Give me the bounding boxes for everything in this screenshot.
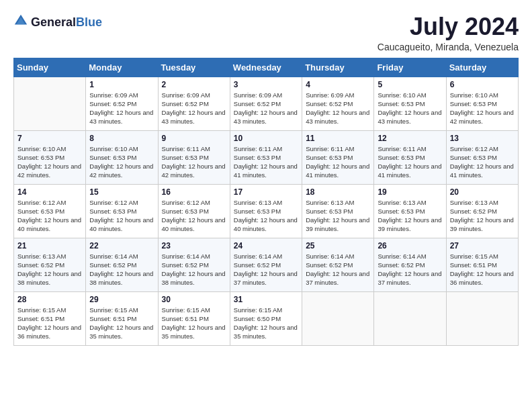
day-info: Sunrise: 6:15 AM Sunset: 6:51 PM Dayligh… [450, 252, 515, 287]
calendar-cell: 20 Sunrise: 6:13 AM Sunset: 6:52 PM Dayl… [446, 184, 518, 238]
calendar-week-row: 28 Sunrise: 6:15 AM Sunset: 6:51 PM Dayl… [14, 291, 519, 345]
day-info: Sunrise: 6:15 AM Sunset: 6:51 PM Dayligh… [89, 306, 154, 341]
calendar-cell: 3 Sunrise: 6:09 AM Sunset: 6:52 PM Dayli… [230, 77, 302, 130]
weekday-header-monday: Monday [86, 58, 158, 77]
calendar-cell: 25 Sunrise: 6:14 AM Sunset: 6:52 PM Dayl… [302, 238, 374, 291]
day-info: Sunrise: 6:12 AM Sunset: 6:53 PM Dayligh… [162, 198, 226, 234]
weekday-header-tuesday: Tuesday [158, 58, 230, 77]
day-info: Sunrise: 6:13 AM Sunset: 6:52 PM Dayligh… [17, 252, 82, 287]
calendar-week-row: 21 Sunrise: 6:13 AM Sunset: 6:52 PM Dayl… [14, 238, 519, 291]
calendar-cell: 13 Sunrise: 6:12 AM Sunset: 6:53 PM Dayl… [446, 130, 518, 184]
day-number: 18 [306, 187, 370, 197]
day-info: Sunrise: 6:14 AM Sunset: 6:52 PM Dayligh… [378, 252, 442, 287]
calendar-cell: 27 Sunrise: 6:15 AM Sunset: 6:51 PM Dayl… [446, 238, 518, 291]
weekday-header-saturday: Saturday [446, 58, 518, 77]
day-info: Sunrise: 6:14 AM Sunset: 6:52 PM Dayligh… [89, 252, 154, 287]
logo-general-text: GeneralBlue [31, 16, 102, 29]
calendar-table: SundayMondayTuesdayWednesdayThursdayFrid… [13, 58, 519, 346]
logo-icon [13, 13, 28, 31]
calendar-cell: 23 Sunrise: 6:14 AM Sunset: 6:52 PM Dayl… [158, 238, 230, 291]
day-info: Sunrise: 6:13 AM Sunset: 6:53 PM Dayligh… [378, 198, 442, 234]
day-number: 15 [89, 187, 154, 197]
weekday-header-wednesday: Wednesday [230, 58, 302, 77]
calendar-cell: 21 Sunrise: 6:13 AM Sunset: 6:52 PM Dayl… [14, 238, 86, 291]
calendar-week-row: 14 Sunrise: 6:12 AM Sunset: 6:53 PM Dayl… [14, 184, 519, 238]
month-year-title: July 2024 [378, 13, 519, 40]
calendar-cell: 26 Sunrise: 6:14 AM Sunset: 6:52 PM Dayl… [374, 238, 446, 291]
day-info: Sunrise: 6:10 AM Sunset: 6:53 PM Dayligh… [450, 91, 515, 126]
calendar-cell [14, 77, 86, 130]
calendar-cell: 14 Sunrise: 6:12 AM Sunset: 6:53 PM Dayl… [14, 184, 86, 238]
calendar-cell [446, 291, 518, 345]
calendar-cell [374, 291, 446, 345]
day-info: Sunrise: 6:09 AM Sunset: 6:52 PM Dayligh… [306, 91, 370, 126]
calendar-cell: 5 Sunrise: 6:10 AM Sunset: 6:53 PM Dayli… [374, 77, 446, 130]
calendar-week-row: 1 Sunrise: 6:09 AM Sunset: 6:52 PM Dayli… [14, 77, 519, 130]
calendar-cell: 2 Sunrise: 6:09 AM Sunset: 6:52 PM Dayli… [158, 77, 230, 130]
day-number: 30 [162, 295, 226, 304]
calendar-cell: 8 Sunrise: 6:10 AM Sunset: 6:53 PM Dayli… [86, 130, 158, 184]
calendar-cell: 16 Sunrise: 6:12 AM Sunset: 6:53 PM Dayl… [158, 184, 230, 238]
calendar-cell: 6 Sunrise: 6:10 AM Sunset: 6:53 PM Dayli… [446, 77, 518, 130]
day-info: Sunrise: 6:14 AM Sunset: 6:52 PM Dayligh… [162, 252, 226, 287]
title-block: July 2024 Caucagueito, Miranda, Venezuel… [378, 13, 519, 52]
day-number: 7 [17, 134, 82, 143]
calendar-cell: 24 Sunrise: 6:14 AM Sunset: 6:52 PM Dayl… [230, 238, 302, 291]
day-number: 27 [450, 241, 515, 250]
day-number: 26 [378, 241, 442, 250]
day-number: 23 [162, 241, 226, 250]
day-info: Sunrise: 6:09 AM Sunset: 6:52 PM Dayligh… [89, 91, 154, 126]
day-number: 11 [306, 134, 370, 143]
day-info: Sunrise: 6:15 AM Sunset: 6:51 PM Dayligh… [17, 306, 82, 341]
calendar-cell: 7 Sunrise: 6:10 AM Sunset: 6:53 PM Dayli… [14, 130, 86, 184]
calendar-cell: 31 Sunrise: 6:15 AM Sunset: 6:50 PM Dayl… [230, 291, 302, 345]
day-info: Sunrise: 6:11 AM Sunset: 6:53 PM Dayligh… [378, 144, 442, 180]
calendar-cell: 11 Sunrise: 6:11 AM Sunset: 6:53 PM Dayl… [302, 130, 374, 184]
day-info: Sunrise: 6:14 AM Sunset: 6:52 PM Dayligh… [234, 252, 298, 287]
calendar-cell: 28 Sunrise: 6:15 AM Sunset: 6:51 PM Dayl… [14, 291, 86, 345]
day-info: Sunrise: 6:09 AM Sunset: 6:52 PM Dayligh… [234, 91, 298, 126]
day-number: 28 [17, 295, 82, 304]
day-info: Sunrise: 6:15 AM Sunset: 6:51 PM Dayligh… [162, 306, 226, 341]
day-number: 3 [234, 80, 298, 89]
day-number: 8 [89, 134, 154, 143]
day-info: Sunrise: 6:13 AM Sunset: 6:53 PM Dayligh… [234, 198, 298, 234]
day-number: 10 [234, 134, 298, 143]
page-header: GeneralBlue July 2024 Caucagueito, Miran… [13, 13, 519, 52]
calendar-week-row: 7 Sunrise: 6:10 AM Sunset: 6:53 PM Dayli… [14, 130, 519, 184]
day-info: Sunrise: 6:12 AM Sunset: 6:53 PM Dayligh… [17, 198, 82, 234]
day-number: 5 [378, 80, 442, 89]
calendar-cell: 4 Sunrise: 6:09 AM Sunset: 6:52 PM Dayli… [302, 77, 374, 130]
day-number: 25 [306, 241, 370, 250]
day-info: Sunrise: 6:11 AM Sunset: 6:53 PM Dayligh… [162, 144, 226, 180]
day-number: 19 [378, 187, 442, 197]
location-subtitle: Caucagueito, Miranda, Venezuela [378, 42, 519, 52]
day-number: 17 [234, 187, 298, 197]
day-number: 24 [234, 241, 298, 250]
day-info: Sunrise: 6:10 AM Sunset: 6:53 PM Dayligh… [378, 91, 442, 126]
day-info: Sunrise: 6:14 AM Sunset: 6:52 PM Dayligh… [306, 252, 370, 287]
day-number: 21 [17, 241, 82, 250]
weekday-header-row: SundayMondayTuesdayWednesdayThursdayFrid… [14, 58, 519, 77]
day-number: 2 [162, 80, 226, 89]
day-info: Sunrise: 6:15 AM Sunset: 6:50 PM Dayligh… [234, 306, 298, 341]
calendar-cell: 15 Sunrise: 6:12 AM Sunset: 6:53 PM Dayl… [86, 184, 158, 238]
day-number: 16 [162, 187, 226, 197]
calendar-cell: 22 Sunrise: 6:14 AM Sunset: 6:52 PM Dayl… [86, 238, 158, 291]
logo: GeneralBlue [13, 13, 102, 31]
day-number: 12 [378, 134, 442, 143]
day-info: Sunrise: 6:10 AM Sunset: 6:53 PM Dayligh… [89, 144, 154, 180]
calendar-cell: 29 Sunrise: 6:15 AM Sunset: 6:51 PM Dayl… [86, 291, 158, 345]
day-info: Sunrise: 6:13 AM Sunset: 6:53 PM Dayligh… [306, 198, 370, 234]
day-number: 31 [234, 295, 298, 304]
weekday-header-thursday: Thursday [302, 58, 374, 77]
weekday-header-sunday: Sunday [14, 58, 86, 77]
day-info: Sunrise: 6:11 AM Sunset: 6:53 PM Dayligh… [306, 144, 370, 180]
weekday-header-friday: Friday [374, 58, 446, 77]
day-info: Sunrise: 6:12 AM Sunset: 6:53 PM Dayligh… [89, 198, 154, 234]
day-number: 4 [306, 80, 370, 89]
day-number: 1 [89, 80, 154, 89]
day-info: Sunrise: 6:11 AM Sunset: 6:53 PM Dayligh… [234, 144, 298, 180]
day-info: Sunrise: 6:13 AM Sunset: 6:52 PM Dayligh… [450, 198, 515, 234]
calendar-cell: 17 Sunrise: 6:13 AM Sunset: 6:53 PM Dayl… [230, 184, 302, 238]
